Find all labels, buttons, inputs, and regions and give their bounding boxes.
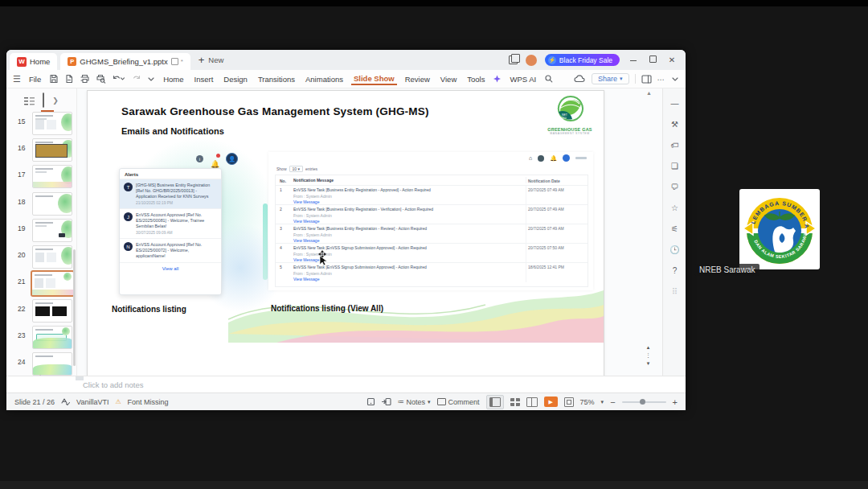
menu-home[interactable]: Home — [161, 73, 186, 85]
thumbnail-slide-19[interactable]: 19 — [6, 218, 76, 242]
zoom-slider-handle[interactable] — [640, 399, 645, 405]
table-row: 1 EnVSS New Task [Business Entity Regist… — [276, 186, 588, 205]
zoom-level[interactable]: 75% — [580, 398, 595, 406]
lightning-icon: ⚡ — [548, 56, 556, 64]
comment-button[interactable]: Comment — [437, 398, 480, 406]
zoom-chevron-icon[interactable]: ▾ — [601, 399, 604, 405]
zoom-slider[interactable] — [622, 401, 666, 403]
apps-grid-icon[interactable]: ⠿ — [669, 286, 680, 297]
alert-item: N EnVSS Account Approved [Ref No. ES/202… — [120, 239, 221, 263]
undo-button[interactable] — [112, 74, 125, 84]
menu-slide-show[interactable]: Slide Show — [351, 72, 397, 85]
minimize-button[interactable] — [628, 55, 639, 64]
menu-transitions[interactable]: Transitions — [256, 73, 297, 85]
zoom-out-button[interactable]: − — [610, 397, 615, 407]
collapse-icon[interactable]: — — [669, 98, 680, 109]
slide-number: 16 — [18, 144, 25, 152]
customize-toolbar-icon[interactable] — [147, 75, 155, 83]
comment-pane-icon[interactable]: 🗩 — [669, 182, 680, 192]
more-options-icon[interactable]: ⋯ — [657, 75, 666, 84]
hamburger-icon[interactable]: ☰ — [13, 74, 21, 84]
history-icon[interactable]: 🕒 — [669, 244, 680, 255]
thumbnail-slide-22[interactable]: 22 — [6, 298, 76, 323]
cloud-upload-icon[interactable] — [574, 75, 586, 84]
print-preview-button[interactable] — [96, 74, 106, 84]
new-tab-button[interactable]: + New — [199, 54, 224, 66]
scroll-up-icon[interactable]: ▲ — [646, 90, 652, 96]
single-page-icon[interactable] — [366, 397, 375, 406]
move-to-pane-icon[interactable] — [382, 397, 391, 406]
thumbnail-slide-16[interactable]: 16 — [6, 138, 76, 162]
slide-indicator: Slide 21 / 26 — [14, 398, 55, 406]
thumbnail-slide-15[interactable]: 15 — [6, 111, 76, 135]
alert-time: 30/07/2025 09:09 AM — [136, 231, 217, 235]
thumbnail-slide-17[interactable]: 17 — [6, 164, 76, 188]
menu-review[interactable]: Review — [403, 73, 432, 85]
settings-sliders-icon[interactable]: ⚟ — [669, 224, 680, 234]
save-button[interactable] — [49, 74, 59, 84]
warning-icon: ⚠ — [115, 398, 121, 405]
task-pane-icon[interactable] — [641, 75, 652, 84]
notes-pane[interactable]: Click to add notes — [6, 376, 686, 393]
thumbnail-slide-18[interactable]: 18 — [6, 191, 76, 216]
quick-tools-icon[interactable]: ⚒ — [669, 119, 680, 129]
participant-video-tile[interactable]: LEMBAGA SUMBER ASLI DAN ALAM SEKITAR SAR… — [693, 182, 825, 278]
tab-list-icon[interactable] — [509, 55, 518, 64]
help-icon[interactable]: ? — [669, 265, 680, 276]
thumbnail-slide-21-selected[interactable]: 21 — [6, 271, 76, 295]
menu-animations[interactable]: Animations — [303, 73, 346, 85]
export-pdf-button[interactable] — [64, 74, 74, 84]
slide-sorter-view-button[interactable] — [510, 398, 520, 406]
document-tab[interactable]: P GHGMS_Briefing_v1.pptx * — [60, 53, 190, 70]
fit-slide-icon[interactable] — [564, 397, 574, 407]
outline-view-icon[interactable] — [24, 97, 35, 105]
slide-canvas[interactable]: Sarawak Greenhouse Gas Management System… — [87, 90, 604, 377]
menu-insert[interactable]: Insert — [192, 73, 216, 85]
thumbnail-slide-23[interactable]: 23 — [6, 325, 76, 349]
maximize-button[interactable] — [647, 55, 658, 64]
view-message-link: View Message — [293, 277, 522, 281]
file-menu[interactable]: File — [27, 73, 43, 85]
menu-design[interactable]: Design — [221, 73, 250, 85]
cell-no: 3 — [276, 224, 292, 243]
black-friday-sale-button[interactable]: ⚡ Black Friday Sale — [545, 54, 620, 66]
next-slide-button[interactable]: ▾ — [645, 360, 651, 366]
theme-name[interactable]: VanillaVTI — [76, 398, 108, 406]
slide-scrollbar[interactable]: ▲ ▴ ⋮ ▾ — [643, 88, 656, 376]
share-button[interactable]: Share ▾ — [592, 73, 629, 84]
thumbnail-slide-20[interactable]: 20 — [6, 244, 76, 269]
menu-wps-ai[interactable]: WPS AI — [507, 73, 538, 85]
slide-number: 19 — [18, 224, 25, 232]
redo-button[interactable] — [130, 74, 141, 84]
thumbnail-scrollbar[interactable] — [73, 249, 76, 366]
wps-ai-icon — [493, 75, 502, 84]
notes-placeholder: Click to add notes — [83, 380, 144, 389]
sale-label: Black Friday Sale — [559, 56, 612, 64]
close-button[interactable]: ✕ — [666, 55, 678, 64]
font-missing-label[interactable]: Font Missing — [128, 398, 169, 406]
favorites-icon[interactable]: ☆ — [669, 203, 680, 213]
objects-icon[interactable]: ❏ — [669, 161, 680, 171]
table-row: 2 EnVSS New Task [Business Entity Regist… — [276, 205, 588, 224]
slideshow-play-button[interactable]: ▶ — [544, 397, 558, 407]
slide-view-icon[interactable] — [43, 93, 44, 108]
search-icon[interactable] — [544, 74, 554, 84]
cell-from: From : System Admin — [293, 271, 522, 276]
collapse-panel-icon[interactable]: ❯ — [52, 97, 59, 105]
print-button[interactable] — [80, 74, 90, 84]
alert-item: J EnVSS Account Approved [Ref No. ES/202… — [120, 209, 221, 239]
modified-indicator: * — [181, 58, 183, 65]
previous-slide-button[interactable]: ▴ — [645, 344, 651, 350]
ghg-ms-logo: NET 2050 GREENHOUSE GAS MANAGEMENT SYSTE… — [544, 96, 596, 139]
style-check-icon[interactable]: 🏷 — [669, 140, 680, 150]
slide-nav-handle[interactable]: ⋮ — [645, 352, 651, 358]
home-tab[interactable]: W Home — [10, 53, 57, 70]
normal-view-button[interactable] — [486, 395, 504, 409]
menu-view[interactable]: View — [438, 73, 459, 85]
menu-tools[interactable]: Tools — [465, 73, 487, 85]
zoom-in-button[interactable]: + — [673, 397, 678, 407]
notes-toggle[interactable]: ≔ Notes ▾ — [398, 398, 431, 406]
account-avatar[interactable] — [526, 55, 537, 66]
collapse-ribbon-icon[interactable] — [671, 75, 679, 83]
reading-view-button[interactable] — [526, 397, 538, 407]
